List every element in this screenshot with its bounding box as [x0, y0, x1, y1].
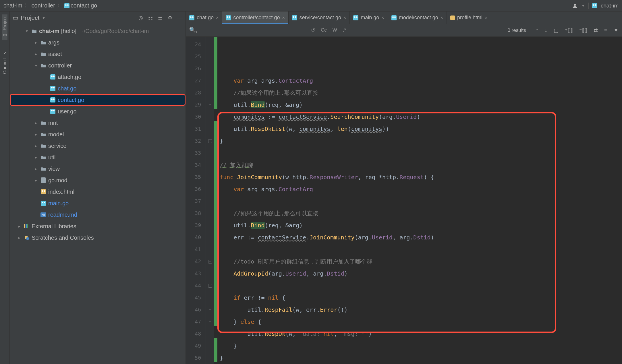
tree-item-asset[interactable]: ▸asset — [10, 48, 186, 60]
chevron-right-icon: ▸ — [33, 121, 38, 125]
code-line[interactable]: func JoinCommunity(w http.ResponseWriter… — [220, 171, 622, 183]
select-all-icon[interactable]: ▢ — [554, 27, 559, 34]
tree-item-main-go[interactable]: main.go — [10, 198, 186, 209]
tree-external-libraries[interactable]: ▸ External Libraries — [10, 220, 186, 232]
editor-tabs: chat.go×controller/contact.go×service/co… — [186, 11, 622, 24]
tree-item-contact-go[interactable]: contact.go — [10, 94, 186, 106]
tree-item-service[interactable]: ▸service — [10, 140, 186, 152]
project-tool-icon: ▭ — [3, 33, 7, 38]
breadcrumb-file[interactable]: contact.go — [64, 2, 97, 9]
code-content[interactable]: var arg args.ContactArg //如果这个用的上,那么可以直接… — [217, 37, 622, 364]
breadcrumb: chat-im 〉 controller 〉 contact.go ▼ chat… — [0, 0, 622, 11]
code-line[interactable]: var arg args.ContactArg — [220, 75, 622, 87]
fold-gutter[interactable]: ⌐ − − − ⌐⌐ — [206, 37, 214, 364]
user-icon[interactable] — [572, 3, 578, 9]
code-line[interactable]: util.RespOk(w, data: nil, msg: "") — [220, 328, 622, 340]
next-match-icon[interactable]: ↓ — [545, 27, 547, 34]
code-line[interactable] — [220, 280, 622, 292]
filter-icon[interactable]: ▼ — [613, 27, 619, 34]
tree-item-label: chat.go — [58, 85, 77, 92]
tree-scratches[interactable]: ▸ Scratches and Consoles — [10, 232, 186, 243]
code-line[interactable]: } — [220, 135, 622, 147]
prev-match-icon[interactable]: ↑ — [536, 27, 538, 34]
close-icon[interactable]: × — [381, 15, 384, 20]
code-line[interactable]: // 加入群聊 — [220, 159, 622, 171]
close-icon[interactable]: × — [485, 15, 487, 20]
history-icon[interactable]: ↺ — [311, 27, 315, 33]
tree-item-util[interactable]: ▸util — [10, 152, 186, 163]
regex-button[interactable]: .* — [343, 27, 346, 33]
go-file-icon — [40, 200, 47, 206]
chevron-right-icon: ▸ — [33, 155, 38, 160]
gear-icon[interactable]: ⚙ — [168, 15, 172, 21]
tab-chat-go[interactable]: chat.go× — [186, 11, 222, 24]
tree-item-view[interactable]: ▸view — [10, 163, 186, 175]
tree-item-go-mod[interactable]: ▸go.mod — [10, 175, 186, 186]
tree-item-mnt[interactable]: ▸mnt — [10, 117, 186, 129]
code-line[interactable]: comunitys := contactService.SearchComuni… — [220, 111, 622, 123]
tree-item-label: attach.go — [58, 74, 81, 80]
close-icon[interactable]: × — [216, 15, 219, 20]
breadcrumb-project[interactable]: chat-im — [3, 2, 22, 9]
collapse-all-icon[interactable]: ☰ — [158, 15, 163, 21]
tree-item-args[interactable]: ▸args — [10, 37, 186, 48]
tree-item-attach-go[interactable]: attach.go — [10, 71, 186, 83]
top-app-label[interactable]: chat-im — [601, 3, 619, 9]
tree-item-index-html[interactable]: index.html — [10, 186, 186, 198]
tab-controller-contact-go[interactable]: controller/contact.go× — [222, 11, 288, 24]
code-line[interactable]: util.Bind(req, &arg) — [220, 219, 622, 231]
tab-model-contact-go[interactable]: model/contact.go× — [388, 11, 447, 24]
rail-commit[interactable]: Commit ✓ — [2, 49, 7, 76]
code-line[interactable]: AddGroupId(arg.Userid, arg.Dstid) — [220, 268, 622, 280]
go-file-icon — [50, 85, 56, 92]
chevron-down-icon[interactable]: ▼ — [42, 16, 46, 20]
tab-main-go[interactable]: main.go× — [350, 11, 388, 24]
hide-icon[interactable]: — — [177, 15, 183, 21]
code-line[interactable]: util.Bind(req, &arg) — [220, 99, 622, 111]
code-editor[interactable]: 2425262728293031323334353637383940414243… — [186, 37, 622, 364]
rail-project[interactable]: ▭ Project — [2, 14, 7, 40]
code-line[interactable]: //todo 刷新用户的群组信息，判断用户加入了哪个群 — [220, 255, 622, 268]
close-icon[interactable]: × — [441, 15, 443, 20]
code-line[interactable]: //如果这个用的上,那么可以直接 — [220, 207, 622, 219]
tree-item-controller[interactable]: ▾controller — [10, 60, 186, 71]
chevron-down-icon[interactable]: ▼ — [582, 4, 585, 8]
code-line[interactable] — [220, 147, 622, 159]
tree-root[interactable]: ▾ chat-im [hello] ~/Code/goRoot/src/chat… — [10, 25, 186, 37]
code-line[interactable]: if err != nil { — [220, 292, 622, 304]
code-line[interactable] — [220, 243, 622, 255]
tree-item-readme-md[interactable]: MDreadme.md — [10, 209, 186, 220]
go-file-icon — [64, 3, 69, 8]
settings-icon[interactable]: ≡ — [604, 27, 607, 34]
toggle-selection-icon[interactable]: ⇄ — [594, 27, 598, 34]
code-line[interactable]: util.RespFail(w, err.Error()) — [220, 304, 622, 316]
add-selection-icon[interactable]: ⁺⟦⟧ — [565, 27, 573, 34]
expand-all-icon[interactable]: ☷ — [148, 15, 153, 21]
tree-item-label: util — [48, 154, 56, 161]
tab-service-contact-go[interactable]: service/contact.go× — [289, 11, 350, 24]
go-file-icon — [189, 15, 194, 20]
search-icon[interactable]: 🔍▾ — [189, 27, 197, 34]
breadcrumb-folder[interactable]: controller — [32, 2, 55, 9]
project-header-title[interactable]: Project — [21, 14, 39, 21]
folder-icon — [40, 166, 47, 172]
tree-item-model[interactable]: ▸model — [10, 129, 186, 140]
words-button[interactable]: W — [333, 27, 337, 33]
close-icon[interactable]: × — [343, 15, 346, 20]
remove-selection-icon[interactable]: ⁻⟦⟧ — [579, 27, 587, 34]
select-opened-icon[interactable]: ◎ — [138, 15, 143, 21]
code-line[interactable]: util.RespOkList(w, comunitys, len(comuni… — [220, 123, 622, 135]
code-line[interactable]: //如果这个用的上,那么可以直接 — [220, 87, 622, 99]
code-line[interactable]: } else { — [220, 316, 622, 328]
tree-item-user-go[interactable]: user.go — [10, 106, 186, 117]
tab-profile-html[interactable]: profile.html× — [447, 11, 491, 24]
tree-item-chat-go[interactable]: chat.go — [10, 83, 186, 94]
match-case-button[interactable]: Cc — [321, 27, 327, 33]
code-line[interactable]: } — [220, 340, 622, 352]
code-line[interactable]: err := contactService.JoinCommunity(arg.… — [220, 231, 622, 243]
code-line[interactable] — [220, 195, 622, 207]
tree-item-label: user.go — [58, 108, 77, 115]
code-line[interactable]: } — [220, 352, 622, 364]
code-line[interactable]: var arg args.ContactArg — [220, 183, 622, 195]
close-icon[interactable]: × — [282, 15, 285, 20]
